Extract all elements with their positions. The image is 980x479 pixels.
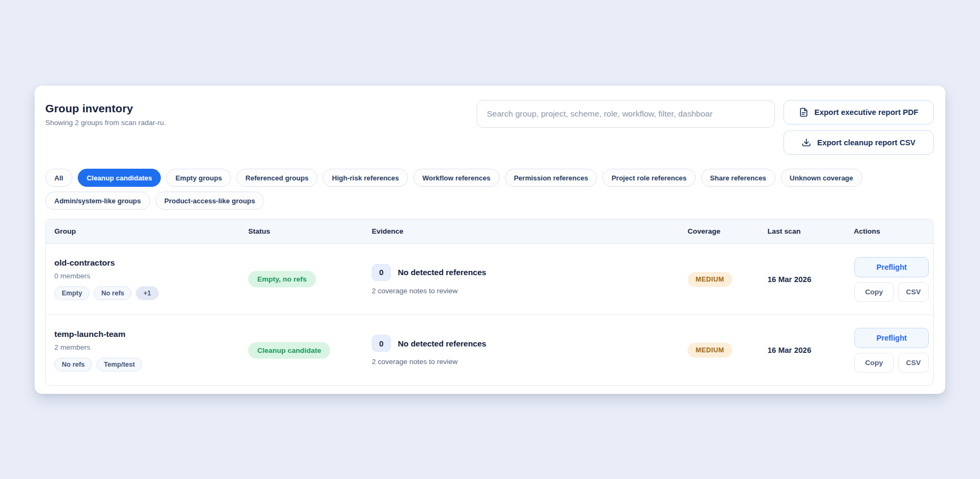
filter-chip-product-access-like-groups[interactable]: Product-access-like groups	[156, 192, 265, 210]
column-header-coverage: Coverage	[688, 227, 767, 235]
group-name: temp-launch-team	[54, 329, 248, 339]
tag-more-count: +1	[136, 286, 158, 300]
download-icon	[802, 138, 811, 147]
secondary-actions: Copy CSV	[854, 353, 929, 373]
column-header-status: Status	[248, 227, 372, 235]
csv-button[interactable]: CSV	[898, 353, 929, 373]
coverage-cell: MEDIUM	[688, 343, 767, 358]
table-row: temp-launch-team 2 members No refs Temp/…	[46, 315, 933, 385]
filter-chip-permission-references[interactable]: Permission references	[505, 169, 597, 187]
search-input[interactable]	[477, 100, 775, 128]
group-name: old-contractors	[54, 258, 248, 268]
filter-chip-workflow-references[interactable]: Workflow references	[413, 169, 500, 187]
filter-chip-empty-groups[interactable]: Empty groups	[166, 169, 231, 187]
table-row: old-contractors 0 members Empty No refs …	[46, 244, 933, 315]
group-inventory-card: Group inventory Showing 2 groups from sc…	[35, 86, 945, 394]
evidence-summary: 0 No detected references	[372, 264, 688, 281]
group-members: 2 members	[54, 343, 248, 351]
actions-cell: Preflight Copy CSV	[854, 328, 933, 373]
group-members: 0 members	[54, 272, 248, 280]
last-scan-cell: 16 Mar 2026	[767, 275, 854, 284]
status-cell: Cleanup candidate	[248, 342, 372, 359]
page-title: Group inventory	[45, 102, 166, 115]
last-scan-date: 16 Mar 2026	[767, 346, 811, 354]
filter-chip-project-role-references[interactable]: Project role references	[602, 169, 696, 187]
status-badge: Empty, no refs	[248, 271, 316, 287]
last-scan-cell: 16 Mar 2026	[767, 345, 854, 355]
status-badge: Cleanup candidate	[248, 342, 330, 359]
header-actions: Export executive report PDF Export clean…	[477, 100, 934, 155]
group-tags: Empty No refs +1	[54, 286, 248, 300]
column-header-actions: Actions	[854, 227, 933, 235]
page-subtitle: Showing 2 groups from scan radar-ru.	[45, 119, 166, 127]
evidence-cell: 0 No detected references 2 coverage note…	[372, 335, 688, 366]
evidence-note: 2 coverage notes to review	[372, 287, 688, 295]
filter-chip-share-references[interactable]: Share references	[701, 169, 775, 187]
evidence-count-badge: 0	[372, 264, 391, 281]
status-cell: Empty, no refs	[248, 271, 372, 287]
export-pdf-label: Export executive report PDF	[814, 108, 918, 117]
coverage-cell: MEDIUM	[688, 272, 767, 287]
group-cell: old-contractors 0 members Empty No refs …	[46, 258, 248, 300]
filter-chip-high-risk-references[interactable]: High-risk references	[323, 169, 408, 187]
table-header-row: Group Status Evidence Coverage Last scan…	[46, 219, 933, 244]
evidence-count-badge: 0	[372, 335, 391, 352]
card-header: Group inventory Showing 2 groups from sc…	[45, 100, 934, 155]
evidence-title: No detected references	[398, 268, 486, 277]
filter-chip-all[interactable]: All	[45, 169, 72, 187]
group-tags: No refs Temp/test	[54, 358, 248, 371]
filter-chip-admin-system-like-groups[interactable]: Admin/system-like groups	[45, 192, 150, 210]
export-pdf-button[interactable]: Export executive report PDF	[783, 100, 934, 125]
copy-button[interactable]: Copy	[854, 353, 894, 373]
evidence-title: No detected references	[398, 339, 486, 348]
export-csv-label: Export cleanup report CSV	[817, 138, 916, 147]
tag-empty: Empty	[54, 286, 89, 300]
csv-button[interactable]: CSV	[898, 282, 929, 302]
preflight-button[interactable]: Preflight	[854, 257, 929, 277]
filter-chip-cleanup-candidates[interactable]: Cleanup candidates	[78, 169, 161, 187]
tag-no-refs: No refs	[94, 286, 132, 300]
file-document-icon	[799, 108, 808, 117]
column-header-evidence: Evidence	[372, 227, 688, 235]
coverage-badge: MEDIUM	[688, 272, 732, 287]
group-table: Group Status Evidence Coverage Last scan…	[45, 219, 934, 386]
title-block: Group inventory Showing 2 groups from sc…	[45, 100, 166, 127]
evidence-cell: 0 No detected references 2 coverage note…	[372, 264, 688, 295]
copy-button[interactable]: Copy	[854, 282, 894, 302]
coverage-badge: MEDIUM	[688, 343, 732, 358]
filter-chip-referenced-groups[interactable]: Referenced groups	[236, 169, 317, 187]
tag-temp-test: Temp/test	[96, 358, 142, 371]
filter-chip-bar: All Cleanup candidates Empty groups Refe…	[45, 169, 935, 210]
export-csv-button[interactable]: Export cleanup report CSV	[783, 130, 934, 155]
column-header-last-scan: Last scan	[767, 227, 854, 235]
tag-no-refs: No refs	[54, 358, 92, 371]
filter-chip-unknown-coverage[interactable]: Unknown coverage	[781, 169, 862, 187]
evidence-summary: 0 No detected references	[372, 335, 688, 352]
secondary-actions: Copy CSV	[854, 282, 929, 302]
column-header-group: Group	[46, 227, 248, 235]
preflight-button[interactable]: Preflight	[854, 328, 929, 348]
evidence-note: 2 coverage notes to review	[372, 358, 688, 366]
export-buttons: Export executive report PDF Export clean…	[783, 100, 934, 155]
group-cell: temp-launch-team 2 members No refs Temp/…	[46, 329, 248, 371]
last-scan-date: 16 Mar 2026	[767, 275, 811, 284]
actions-cell: Preflight Copy CSV	[854, 257, 933, 302]
